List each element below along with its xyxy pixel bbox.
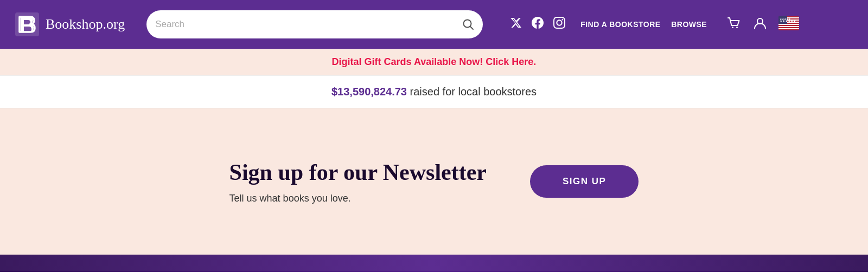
svg-point-3 [732, 27, 733, 28]
instagram-icon[interactable] [553, 17, 565, 32]
nav-links: FIND A BOOKSTORE BROWSE [580, 20, 707, 29]
search-icon [462, 18, 474, 30]
gift-card-text: Digital Gift Cards Available Now! Click … [332, 56, 537, 67]
svg-rect-11 [778, 26, 799, 27]
twitter-icon[interactable] [510, 17, 522, 32]
svg-rect-12 [778, 28, 799, 29]
search-bar [146, 10, 483, 38]
newsletter-title: Sign up for our Newsletter [229, 159, 487, 186]
user-icon[interactable] [752, 16, 768, 33]
search-input[interactable] [155, 19, 458, 30]
newsletter-subtitle: Tell us what books you love. [229, 193, 487, 204]
browse-link[interactable]: BROWSE [671, 20, 707, 29]
raised-amount: $13,590,824.73 [331, 86, 407, 98]
social-icons [510, 17, 565, 32]
signup-button[interactable]: SIGN UP [530, 165, 639, 198]
svg-line-2 [470, 27, 473, 29]
raised-text: $13,590,824.73 raised for local bookstor… [331, 86, 537, 98]
us-flag-svg: ★★★★★★ ★★★★★ [778, 16, 799, 30]
cart-icon[interactable] [726, 16, 742, 33]
logo-link[interactable]: Bookshop.org [15, 12, 125, 36]
svg-point-4 [736, 27, 738, 28]
search-button[interactable] [462, 18, 474, 30]
nav-divider [663, 20, 669, 29]
raised-banner: $13,590,824.73 raised for local bookstor… [0, 76, 868, 108]
newsletter-section: Sign up for our Newsletter Tell us what … [0, 108, 868, 255]
raised-suffix: raised for local bookstores [407, 86, 537, 98]
search-container [146, 10, 483, 38]
navbar: Bookshop.org FIND A BOOKSTORE BROW [0, 0, 868, 49]
nav-right-icons: ★★★★★★ ★★★★★ [726, 16, 799, 33]
gift-card-banner[interactable]: Digital Gift Cards Available Now! Click … [0, 49, 868, 76]
country-flag-icon[interactable]: ★★★★★★ ★★★★★ [778, 16, 799, 33]
facebook-icon[interactable] [532, 17, 544, 32]
footer-bar [0, 255, 868, 272]
newsletter-text-block: Sign up for our Newsletter Tell us what … [229, 159, 487, 204]
find-bookstore-link[interactable]: FIND A BOOKSTORE [580, 20, 661, 29]
svg-text:★★★★★: ★★★★★ [780, 17, 791, 21]
logo-text: Bookshop.org [46, 16, 125, 33]
svg-rect-10 [778, 24, 799, 25]
bookshop-logo-icon [15, 12, 39, 36]
